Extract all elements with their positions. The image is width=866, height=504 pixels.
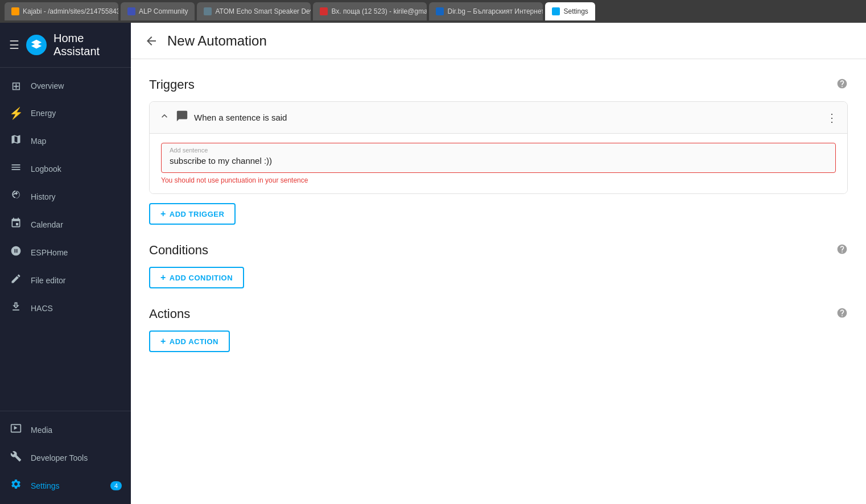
- sidebar-item-media[interactable]: Media: [0, 416, 131, 444]
- add-action-plus-icon: +: [160, 336, 166, 346]
- logbook-icon: [9, 162, 23, 176]
- add-action-button[interactable]: + ADD ACTION: [149, 331, 230, 352]
- developer-tools-icon: [9, 451, 23, 465]
- tab-alp[interactable]: ALP Community: [121, 2, 195, 20]
- add-action-label: ADD ACTION: [170, 337, 218, 346]
- browser-bar: Kajabi - /admin/sites/2147558432/co... A…: [0, 0, 866, 23]
- sidebar-item-hacs[interactable]: HACS: [0, 294, 131, 322]
- add-trigger-button[interactable]: + ADD TRIGGER: [149, 203, 236, 225]
- trigger-more-button[interactable]: ⋮: [826, 111, 838, 125]
- sidebar-logo: [26, 35, 47, 55]
- calendar-icon: [9, 217, 23, 232]
- app-container: ☰ Home Assistant ⊞ Overview ⚡ Energy Map: [0, 23, 866, 504]
- triggers-section-header: Triggers: [149, 77, 848, 92]
- triggers-title: Triggers: [149, 77, 195, 92]
- sidebar-item-overview[interactable]: ⊞ Overview: [0, 72, 131, 100]
- main-content: New Automation Triggers: [131, 23, 866, 504]
- settings-icon: [9, 478, 23, 493]
- sentence-error-message: You should not use punctuation in your s…: [161, 176, 836, 184]
- sidebar-item-esphome[interactable]: ESPHome: [0, 238, 131, 266]
- collapse-button[interactable]: [159, 110, 170, 125]
- back-button[interactable]: [145, 34, 158, 48]
- trigger-title-label: When a sentence is said: [194, 113, 820, 122]
- add-trigger-plus-icon: +: [160, 209, 166, 219]
- actions-section: Actions + ADD ACTION: [149, 307, 848, 352]
- file-editor-icon: [9, 273, 23, 287]
- conditions-section: Conditions + ADD CONDITION: [149, 243, 848, 288]
- tab-kajabi[interactable]: Kajabi - /admin/sites/2147558432/co...: [5, 2, 118, 20]
- add-condition-label: ADD CONDITION: [170, 274, 233, 282]
- sentence-input-wrap: Add sentence: [161, 143, 836, 173]
- sidebar-header: ☰ Home Assistant: [0, 23, 131, 68]
- tab-settings[interactable]: Settings: [545, 2, 595, 20]
- sidebar-item-developer-tools[interactable]: Developer Tools: [0, 444, 131, 472]
- topbar: New Automation: [131, 23, 866, 59]
- sidebar-item-energy[interactable]: ⚡ Energy: [0, 100, 131, 127]
- sidebar-item-file-editor[interactable]: File editor: [0, 266, 131, 294]
- sidebar-item-calendar[interactable]: Calendar: [0, 210, 131, 238]
- add-condition-button[interactable]: + ADD CONDITION: [149, 267, 244, 288]
- conditions-section-header: Conditions: [149, 243, 848, 258]
- sidebar-footer: Media Developer Tools Settings 4: [0, 411, 131, 504]
- sentence-input[interactable]: [170, 155, 827, 167]
- sidebar-item-history[interactable]: History: [0, 183, 131, 210]
- tab-favicon: [552, 7, 560, 15]
- sidebar-menu-button[interactable]: ☰: [9, 38, 19, 52]
- tab-favicon: [127, 7, 135, 15]
- media-icon: [9, 423, 23, 437]
- sidebar-item-map[interactable]: Map: [0, 127, 131, 155]
- conditions-title: Conditions: [149, 243, 208, 258]
- sidebar-nav: ⊞ Overview ⚡ Energy Map Logbook: [0, 68, 131, 411]
- sidebar-item-logbook[interactable]: Logbook: [0, 155, 131, 183]
- conditions-help-icon[interactable]: [836, 243, 848, 258]
- history-icon: [9, 189, 23, 204]
- trigger-card: When a sentence is said ⋮ Add sentence Y…: [149, 101, 848, 194]
- actions-help-icon[interactable]: [836, 307, 848, 321]
- map-icon: [9, 134, 23, 148]
- energy-icon: ⚡: [9, 106, 23, 120]
- hacs-icon: [9, 301, 23, 315]
- page-title: New Automation: [167, 33, 267, 49]
- add-trigger-label: ADD TRIGGER: [170, 210, 225, 218]
- actions-section-header: Actions: [149, 307, 848, 321]
- triggers-section: Triggers When a sentence is said: [149, 77, 848, 225]
- sidebar: ☰ Home Assistant ⊞ Overview ⚡ Energy Map: [0, 23, 131, 504]
- actions-title: Actions: [149, 307, 190, 321]
- tab-favicon: [320, 7, 328, 15]
- settings-badge: 4: [110, 481, 122, 490]
- overview-icon: ⊞: [9, 79, 23, 93]
- triggers-help-icon[interactable]: [836, 78, 848, 92]
- trigger-body: Add sentence You should not use punctuat…: [150, 134, 847, 193]
- tab-favicon: [204, 7, 212, 15]
- trigger-card-header: When a sentence is said ⋮: [150, 102, 847, 134]
- sidebar-app-name: Home Assistant: [53, 32, 122, 58]
- tab-dir[interactable]: Dir.bg – Българският Интернет порт...: [429, 2, 543, 20]
- tab-gmail[interactable]: Вх. поща (12 523) - kirile@gmail.com...: [313, 2, 427, 20]
- sidebar-item-settings[interactable]: Settings 4: [0, 472, 131, 499]
- trigger-type-icon: [176, 110, 188, 125]
- esphome-icon: [9, 245, 23, 259]
- add-condition-plus-icon: +: [160, 272, 166, 283]
- content-area: Triggers When a sentence is said: [131, 59, 866, 504]
- sentence-input-label: Add sentence: [170, 147, 208, 154]
- tab-atom[interactable]: ATOM Echo Smart Speaker Developm...: [197, 2, 311, 20]
- tab-favicon: [436, 7, 444, 15]
- tab-favicon: [11, 7, 19, 15]
